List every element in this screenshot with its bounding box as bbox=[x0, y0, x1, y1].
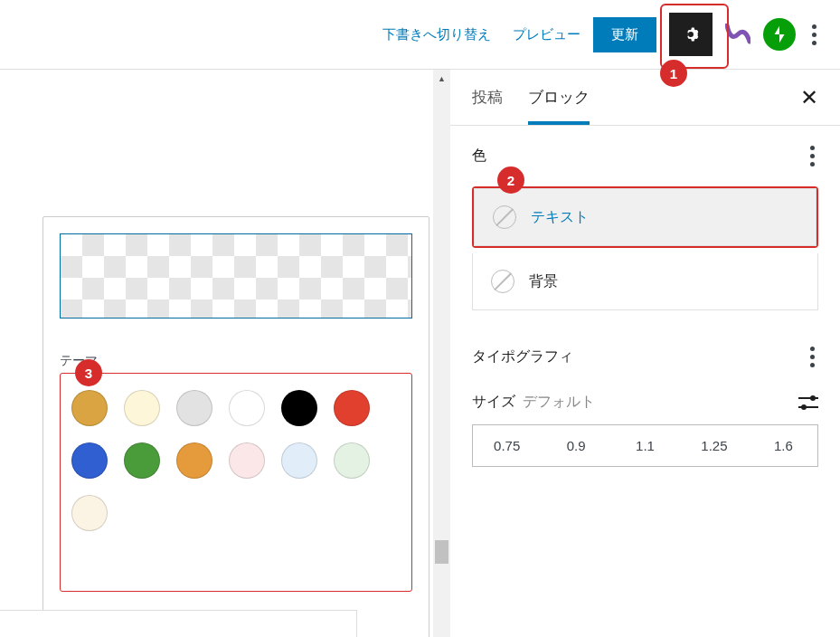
settings-button[interactable] bbox=[669, 13, 713, 56]
no-color-icon bbox=[493, 205, 516, 229]
swatch[interactable] bbox=[176, 390, 212, 426]
swatch[interactable] bbox=[334, 390, 370, 426]
text-color-row-wrapper: 2 テキスト bbox=[472, 186, 818, 248]
preview-link[interactable]: プレビュー bbox=[513, 26, 580, 43]
preset-size[interactable]: 1.6 bbox=[749, 425, 817, 466]
size-default: デフォルト bbox=[523, 393, 595, 412]
swatch[interactable] bbox=[281, 390, 317, 426]
svg-point-3 bbox=[801, 404, 807, 410]
typography-heading: タイポグラフィ bbox=[472, 347, 573, 366]
editor-canvas: ▲ テーマ 3 bbox=[0, 69, 450, 637]
preset-size[interactable]: 1.25 bbox=[679, 425, 748, 466]
typography-section-options[interactable] bbox=[807, 343, 818, 371]
canvas-bottom-rule bbox=[0, 610, 357, 637]
font-size-row: サイズ デフォルト bbox=[472, 393, 818, 412]
background-color-row[interactable]: 背景 bbox=[472, 253, 818, 310]
annotation-outline-2: テキスト bbox=[472, 186, 818, 248]
swatch[interactable] bbox=[71, 442, 108, 479]
settings-sidebar: 投稿 ブロック ✕ 色 2 テキスト 背景 bbox=[450, 69, 840, 637]
preset-size[interactable]: 1.1 bbox=[610, 425, 679, 466]
editor-body: ▲ テーマ 3 bbox=[0, 69, 840, 637]
gear-icon bbox=[680, 24, 702, 45]
swatch[interactable] bbox=[71, 495, 108, 531]
svg-point-1 bbox=[810, 395, 816, 401]
typography-section: タイポグラフィ サイズ デフォルト 0.75 0.9 1.1 1.25 1.6 bbox=[450, 321, 840, 478]
swatch-row-2 bbox=[71, 442, 401, 479]
more-options-button[interactable] bbox=[808, 21, 820, 49]
swatch-grid: 3 bbox=[60, 373, 412, 592]
switch-to-draft-link[interactable]: 下書きへ切り替え bbox=[382, 26, 491, 43]
color-section-options[interactable] bbox=[807, 142, 818, 170]
font-size-presets: 0.75 0.9 1.1 1.25 1.6 bbox=[472, 424, 818, 467]
scroll-up-arrow-icon[interactable]: ▲ bbox=[433, 70, 450, 87]
jetpack-icon[interactable] bbox=[763, 18, 796, 51]
swatch[interactable] bbox=[281, 442, 317, 479]
typography-section-header: タイポグラフィ bbox=[472, 343, 818, 371]
publish-button[interactable]: 更新 bbox=[593, 17, 656, 52]
annotation-badge-2: 2 bbox=[497, 166, 524, 194]
editor-top-bar: 下書きへ切り替え プレビュー 更新 1 bbox=[0, 0, 840, 69]
slider-toggle-icon[interactable] bbox=[798, 395, 818, 411]
tab-block[interactable]: ブロック bbox=[528, 70, 590, 125]
swatch[interactable] bbox=[71, 390, 108, 426]
tab-post[interactable]: 投稿 bbox=[472, 70, 503, 125]
swatch[interactable] bbox=[176, 442, 212, 479]
settings-button-wrapper: 1 bbox=[669, 13, 713, 56]
sidebar-tabs: 投稿 ブロック ✕ bbox=[450, 70, 840, 126]
color-picker-popover: テーマ 3 bbox=[42, 216, 429, 637]
swatch[interactable] bbox=[124, 390, 160, 426]
theme-swatch-label: テーマ bbox=[60, 353, 412, 369]
transparency-checker-icon bbox=[61, 234, 411, 318]
swatch[interactable] bbox=[229, 390, 265, 426]
swatch[interactable] bbox=[124, 442, 160, 479]
color-heading: 色 bbox=[472, 147, 486, 166]
no-color-icon bbox=[491, 270, 514, 293]
swatch-row-1 bbox=[71, 390, 401, 426]
color-preview-transparent[interactable] bbox=[60, 233, 412, 318]
swatch[interactable] bbox=[229, 442, 265, 479]
preset-size[interactable]: 0.9 bbox=[541, 425, 609, 466]
color-section-header: 色 bbox=[472, 142, 818, 170]
text-color-label: テキスト bbox=[531, 208, 589, 227]
swatch-row-3 bbox=[71, 495, 401, 531]
jetpack-bolt-icon bbox=[769, 24, 789, 44]
scroll-thumb[interactable] bbox=[435, 540, 448, 564]
woo-icon bbox=[725, 24, 750, 45]
annotation-badge-3: 3 bbox=[75, 359, 102, 386]
close-sidebar-button[interactable]: ✕ bbox=[800, 85, 818, 110]
text-color-row[interactable]: テキスト bbox=[474, 188, 816, 246]
swatch[interactable] bbox=[334, 442, 370, 479]
preset-size[interactable]: 0.75 bbox=[473, 425, 541, 466]
size-label: サイズ bbox=[472, 393, 515, 412]
color-section: 色 2 テキスト 背景 bbox=[450, 126, 840, 321]
background-color-label: 背景 bbox=[529, 272, 558, 291]
scrollbar-vertical[interactable]: ▲ bbox=[433, 70, 450, 637]
